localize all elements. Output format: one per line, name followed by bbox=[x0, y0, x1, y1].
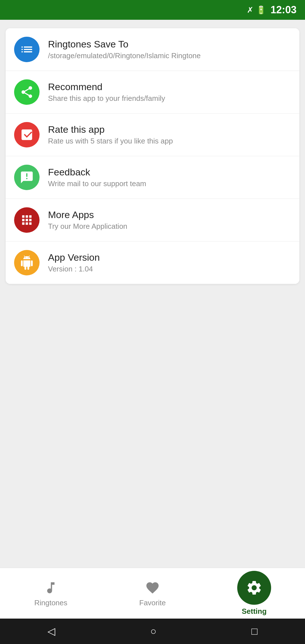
signal-icon: ✗ bbox=[247, 5, 253, 15]
setting-nav-btn[interactable] bbox=[237, 571, 271, 605]
recents-button[interactable]: □ bbox=[251, 625, 258, 637]
status-time: 12:03 bbox=[271, 4, 297, 16]
bottom-nav: Ringtones Favorite Setting bbox=[0, 568, 305, 619]
rate-title: Rate this app bbox=[48, 124, 173, 135]
feedback-icon bbox=[20, 170, 34, 184]
favorite-nav-icon bbox=[144, 579, 161, 596]
battery-icon: 🔋 bbox=[256, 5, 266, 15]
recommend-text: Recommend Share this app to your friends… bbox=[48, 81, 165, 103]
tab-ringtones[interactable]: Ringtones bbox=[0, 579, 102, 607]
share-icon bbox=[20, 85, 34, 99]
gear-icon bbox=[246, 579, 263, 596]
app-version-icon-circle bbox=[14, 250, 40, 275]
more-apps-text: More Apps Try our More Application bbox=[48, 209, 127, 231]
ringtones-nav-icon bbox=[42, 579, 59, 596]
home-button[interactable]: ○ bbox=[150, 625, 156, 637]
setting-item-recommend[interactable]: Recommend Share this app to your friends… bbox=[6, 71, 299, 114]
main-content: Ringtones Save To /storage/emulated/0/Ri… bbox=[0, 20, 305, 568]
setting-item-rate[interactable]: Rate this app Rate us with 5 stars if yo… bbox=[6, 114, 299, 156]
list-icon bbox=[20, 42, 34, 56]
feedback-text: Feedback Write mail to our support team bbox=[48, 167, 146, 188]
setting-item-app-version[interactable]: App Version Version : 1.04 bbox=[6, 242, 299, 284]
more-apps-title: More Apps bbox=[48, 209, 127, 220]
favorite-nav-label: Favorite bbox=[139, 599, 166, 607]
rate-subtitle: Rate us with 5 stars if you like this ap… bbox=[48, 137, 173, 145]
ringtones-nav-label: Ringtones bbox=[34, 599, 67, 607]
app-version-text: App Version Version : 1.04 bbox=[48, 252, 100, 273]
setting-item-feedback[interactable]: Feedback Write mail to our support team bbox=[6, 156, 299, 199]
rate-text: Rate this app Rate us with 5 stars if yo… bbox=[48, 124, 173, 145]
ringtones-save-to-text: Ringtones Save To /storage/emulated/0/Ri… bbox=[48, 39, 201, 60]
setting-nav-label: Setting bbox=[242, 607, 267, 616]
rate-icon-circle bbox=[14, 122, 40, 147]
feedback-icon-circle bbox=[14, 165, 40, 190]
app-version-subtitle: Version : 1.04 bbox=[48, 265, 100, 273]
back-button[interactable]: ◁ bbox=[47, 625, 55, 637]
ringtones-save-to-subtitle: /storage/emulated/0/Ringtone/Islamic Rin… bbox=[48, 51, 201, 60]
tab-favorite[interactable]: Favorite bbox=[102, 579, 203, 607]
feedback-title: Feedback bbox=[48, 167, 146, 178]
tab-setting[interactable]: Setting bbox=[203, 571, 305, 616]
rate-icon bbox=[20, 128, 34, 142]
recommend-icon-circle bbox=[14, 79, 40, 105]
settings-card: Ringtones Save To /storage/emulated/0/Ri… bbox=[6, 28, 299, 284]
recommend-subtitle: Share this app to your friends/family bbox=[48, 94, 165, 103]
more-apps-icon-circle bbox=[14, 207, 40, 233]
setting-item-ringtones-save-to[interactable]: Ringtones Save To /storage/emulated/0/Ri… bbox=[6, 28, 299, 71]
android-icon bbox=[20, 256, 34, 270]
ringtones-save-to-title: Ringtones Save To bbox=[48, 39, 201, 50]
recommend-title: Recommend bbox=[48, 81, 165, 92]
apps-icon bbox=[20, 213, 34, 227]
feedback-subtitle: Write mail to our support team bbox=[48, 179, 146, 188]
status-bar: ✗ 🔋 12:03 bbox=[0, 0, 305, 20]
setting-item-more-apps[interactable]: More Apps Try our More Application bbox=[6, 199, 299, 242]
app-version-title: App Version bbox=[48, 252, 100, 263]
ringtones-save-to-icon-circle bbox=[14, 37, 40, 62]
android-nav-bar: ◁ ○ □ bbox=[0, 619, 305, 644]
status-icons: ✗ 🔋 bbox=[247, 5, 266, 15]
more-apps-subtitle: Try our More Application bbox=[48, 222, 127, 231]
